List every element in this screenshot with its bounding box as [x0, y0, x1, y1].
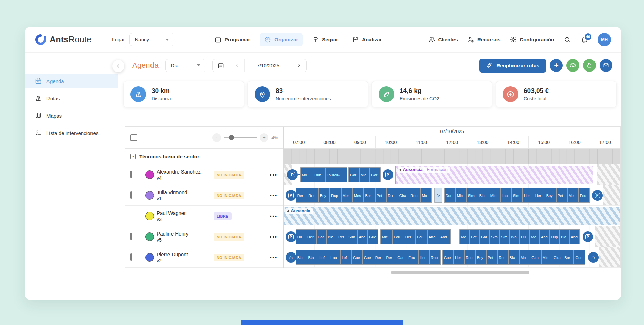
prev-day-button[interactable] — [229, 59, 244, 72]
collapse-group-button[interactable]: - — [130, 154, 136, 159]
depot-marker[interactable]: P — [592, 190, 603, 201]
zoom-slider[interactable] — [224, 137, 257, 138]
depot-marker[interactable]: P — [583, 231, 593, 242]
task-block[interactable]: Bor — [363, 188, 375, 203]
task-block[interactable]: Rer — [296, 188, 307, 203]
task-block[interactable]: Rer — [374, 250, 385, 265]
technician-checkbox[interactable] — [130, 253, 132, 261]
task-block[interactable]: Lau — [329, 250, 341, 265]
task-block[interactable]: Gue — [442, 250, 454, 265]
row-menu-button[interactable]: ••• — [270, 255, 277, 260]
task-block[interactable]: Du — [386, 188, 398, 203]
task-block[interactable]: Boy — [545, 188, 557, 203]
task-block[interactable]: Mic — [359, 167, 370, 182]
current-date[interactable]: 7/10/2025 — [244, 59, 291, 72]
task-block[interactable]: Bla — [326, 229, 337, 244]
task-block[interactable]: Gue — [573, 250, 585, 265]
location-select[interactable]: Nancy — [129, 33, 174, 46]
next-day-button[interactable] — [291, 59, 306, 72]
task-block[interactable]: Gar — [348, 167, 360, 182]
task-block[interactable]: Pet — [556, 188, 568, 203]
task-block[interactable]: Lef — [340, 250, 352, 265]
task-block[interactable]: Boy — [475, 250, 487, 265]
task-block[interactable]: Rou — [429, 250, 441, 265]
nav-analizar[interactable]: Analizar — [347, 33, 386, 46]
nav-programar[interactable]: Programar — [210, 33, 255, 46]
task-block[interactable]: And — [439, 229, 451, 244]
task-block[interactable]: Rer — [307, 188, 319, 203]
row-menu-button[interactable]: ••• — [270, 192, 277, 198]
task-block[interactable]: Sim — [489, 229, 500, 244]
cloud-download-button[interactable] — [566, 59, 579, 72]
reoptimize-routes-button[interactable]: Reoptimizar rutas — [479, 59, 546, 73]
zoom-out-button[interactable]: - — [212, 133, 221, 142]
task-block[interactable]: Dub — [313, 167, 326, 182]
task-block[interactable]: Dup — [329, 188, 341, 203]
task-block[interactable]: Lef — [469, 229, 480, 244]
depot-marker[interactable]: P — [383, 169, 393, 180]
nav-configuracion[interactable]: Configuración — [510, 36, 554, 43]
task-block[interactable]: Mo — [459, 229, 470, 244]
sidebar-item-rutas[interactable]: Rutas — [25, 91, 118, 106]
nav-seguir[interactable]: Seguir — [307, 33, 343, 46]
task-block[interactable]: Sim — [499, 229, 510, 244]
select-all-checkbox[interactable] — [130, 134, 137, 141]
zoom-in-button[interactable]: + — [260, 133, 268, 142]
absence-block[interactable]: ◀Ausencia — [284, 207, 620, 225]
task-block[interactable]: And — [357, 229, 368, 244]
search-button[interactable] — [564, 36, 571, 43]
task-block[interactable]: Mic — [489, 188, 501, 203]
task-block[interactable]: Lef — [318, 250, 329, 265]
task-block[interactable]: Mes — [352, 188, 364, 203]
task-block[interactable]: Gue — [367, 229, 378, 244]
home-marker[interactable]: ⌂ — [588, 252, 599, 263]
task-block[interactable]: Bor — [563, 250, 574, 265]
mail-button[interactable] — [600, 59, 612, 72]
task-block[interactable]: Her — [522, 188, 534, 203]
task-block[interactable]: Pet — [375, 188, 387, 203]
lock-button[interactable] — [583, 59, 596, 72]
task-block[interactable]: Sim — [466, 188, 478, 203]
task-block[interactable]: Mic — [455, 188, 467, 203]
notifications-button[interactable]: 46 — [581, 36, 588, 43]
task-block[interactable]: Me — [567, 188, 579, 203]
task-block[interactable]: Gue — [351, 250, 363, 265]
task-block[interactable]: Her — [453, 250, 465, 265]
task-block[interactable]: Sim — [347, 229, 358, 244]
task-block[interactable]: Gira — [530, 250, 541, 265]
task-block[interactable]: Bla — [508, 250, 520, 265]
nav-clientes[interactable]: Clientes — [428, 36, 458, 43]
task-block[interactable]: Rer — [497, 250, 508, 265]
brand-logo[interactable]: AntsRoute — [35, 34, 92, 45]
technician-checkbox[interactable] — [130, 171, 132, 178]
resize-handle-icon[interactable]: ◀ — [287, 209, 289, 213]
task-block[interactable]: Gue — [362, 250, 374, 265]
horizontal-scrollbar-thumb[interactable] — [391, 271, 529, 274]
task-block[interactable]: Bla — [559, 229, 570, 244]
task-block[interactable]: And — [427, 229, 439, 244]
task-block[interactable]: Sim — [511, 188, 523, 203]
technician-checkbox[interactable] — [130, 191, 132, 199]
task-block[interactable]: Rer — [385, 250, 397, 265]
view-select[interactable]: Día — [165, 59, 205, 72]
task-block[interactable]: Fou — [392, 229, 404, 244]
nav-recursos[interactable]: Recursos — [467, 36, 500, 43]
add-button[interactable]: + — [550, 59, 563, 72]
task-block[interactable]: Mo — [420, 188, 432, 203]
sidebar-item-agenda[interactable]: Agenda — [25, 74, 118, 88]
task-block[interactable]: Her — [306, 229, 317, 244]
task-block[interactable]: Fou — [578, 188, 590, 203]
task-block[interactable]: Her — [404, 229, 416, 244]
task-block[interactable]: Gar — [369, 167, 381, 182]
task-block[interactable]: Gar — [396, 250, 407, 265]
task-block[interactable]: Bla — [509, 229, 520, 244]
task-block[interactable]: Bla — [307, 250, 319, 265]
task-block[interactable]: Mo — [300, 167, 314, 182]
technician-checkbox[interactable] — [130, 233, 132, 240]
task-block[interactable]: Rou — [464, 250, 476, 265]
task-block[interactable]: Pet — [486, 250, 498, 265]
task-block[interactable]: Mic — [380, 229, 393, 244]
row-menu-button[interactable]: ••• — [270, 172, 277, 178]
task-block[interactable]: Mic — [541, 250, 552, 265]
nav-organizar[interactable]: Organizar — [260, 33, 303, 46]
